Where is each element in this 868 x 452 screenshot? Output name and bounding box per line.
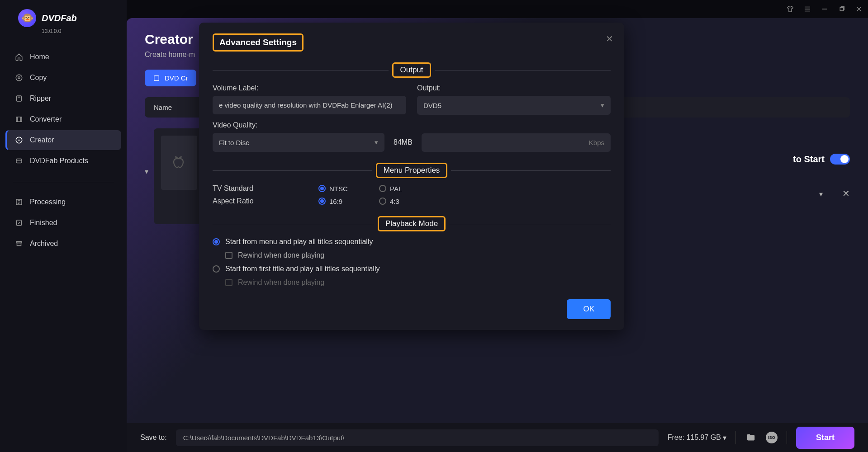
nav-primary: Home Copy Ripper Converter Creator DVDFa… bbox=[0, 43, 127, 175]
ready-toggle-row: to Start bbox=[793, 154, 850, 165]
tshirt-icon[interactable] bbox=[786, 5, 795, 14]
nav-products[interactable]: DVDFab Products bbox=[5, 151, 121, 171]
advanced-settings-modal: Advanced Settings ✕ Output Volume Label:… bbox=[199, 23, 624, 330]
nav-home[interactable]: Home bbox=[5, 47, 121, 67]
kbps-input[interactable] bbox=[422, 133, 611, 152]
free-space-value: Free: 115.97 GB bbox=[668, 433, 721, 442]
section-menu-properties: Menu Properties bbox=[213, 163, 611, 178]
tv-standard-row: TV Standard NTSC PAL bbox=[213, 184, 611, 193]
rewind-first: Rewind when done playing bbox=[213, 278, 611, 287]
close-window-icon[interactable] bbox=[854, 5, 863, 14]
section-label: Output bbox=[392, 62, 431, 78]
option-label: Rewind when done playing bbox=[238, 278, 324, 287]
radio-icon bbox=[318, 198, 326, 205]
option-label: PAL bbox=[390, 185, 402, 193]
nav-label: Converter bbox=[30, 115, 62, 123]
nav-converter[interactable]: Converter bbox=[5, 109, 121, 129]
nav-label: Ripper bbox=[30, 94, 51, 103]
radio-icon bbox=[318, 185, 326, 192]
dvd-creator-tab[interactable]: DVD Cr bbox=[145, 70, 196, 86]
aspect-43-option[interactable]: 4:3 bbox=[379, 198, 433, 205]
option-label: NTSC bbox=[329, 185, 348, 193]
svg-point-6 bbox=[19, 140, 20, 141]
titlebar bbox=[786, 0, 868, 18]
menu-icon[interactable] bbox=[803, 5, 812, 14]
free-space[interactable]: Free: 115.97 GB▾ bbox=[668, 433, 726, 442]
expand-chevron-icon[interactable]: ▾ bbox=[819, 190, 823, 198]
modal-title: Advanced Settings bbox=[219, 38, 297, 47]
app-name: DVDFab bbox=[42, 13, 77, 24]
bottom-bar: Save to: C:\Users\fab\Documents\DVDFab\D… bbox=[127, 423, 868, 452]
close-icon[interactable]: ✕ bbox=[606, 33, 613, 44]
chevron-down-icon[interactable]: ▾ bbox=[145, 167, 148, 176]
tv-pal-option[interactable]: PAL bbox=[379, 185, 433, 193]
logo-badge-icon: 🐵 bbox=[18, 9, 36, 27]
copy-icon bbox=[14, 73, 24, 82]
nav-label: Home bbox=[30, 53, 49, 61]
section-playback-mode: Playback Mode bbox=[213, 216, 611, 231]
output-value: DVD5 bbox=[423, 102, 441, 109]
rewind-menu[interactable]: Rewind when done playing bbox=[213, 251, 611, 259]
nav-label: Processing bbox=[30, 198, 66, 206]
radio-icon bbox=[213, 238, 220, 245]
playback-from-first[interactable]: Start from first title and play all titl… bbox=[213, 265, 611, 273]
section-label: Menu Properties bbox=[376, 163, 448, 178]
output-label: Output: bbox=[417, 84, 611, 92]
option-label: 4:3 bbox=[390, 198, 399, 205]
nav-creator[interactable]: Creator bbox=[5, 130, 121, 150]
checkbox-icon bbox=[225, 252, 232, 259]
video-quality-size: 84MB bbox=[391, 133, 415, 152]
divider bbox=[735, 431, 736, 444]
ripper-icon bbox=[14, 94, 24, 103]
disc-icon bbox=[153, 75, 160, 82]
minimize-icon[interactable] bbox=[820, 5, 829, 14]
nav-label: Copy bbox=[30, 74, 47, 82]
nav-finished[interactable]: Finished bbox=[5, 213, 121, 233]
aspect-169-option[interactable]: 16:9 bbox=[318, 198, 373, 205]
tv-ntsc-option[interactable]: NTSC bbox=[318, 185, 373, 193]
iso-icon[interactable]: ISO bbox=[766, 432, 778, 443]
ready-toggle[interactable] bbox=[830, 154, 850, 165]
video-quality-value: Fit to Disc bbox=[219, 139, 249, 146]
svg-point-2 bbox=[18, 77, 20, 79]
column-name: Name bbox=[154, 104, 172, 111]
start-button[interactable]: Start bbox=[796, 427, 854, 449]
nav-archived[interactable]: Archived bbox=[5, 234, 121, 254]
volume-label-input[interactable]: e video quality and resolution with DVDF… bbox=[213, 96, 406, 114]
output-path[interactable]: C:\Users\fab\Documents\DVDFab\DVDFab13\O… bbox=[176, 429, 659, 446]
nav-secondary: Processing Finished Archived bbox=[0, 188, 127, 258]
nav-copy[interactable]: Copy bbox=[5, 68, 121, 88]
archived-icon bbox=[14, 239, 24, 248]
svg-rect-4 bbox=[16, 117, 22, 122]
tab-label: DVD Cr bbox=[165, 74, 188, 82]
playback-from-menu[interactable]: Start from menu and play all titles sequ… bbox=[213, 238, 611, 246]
restore-icon[interactable] bbox=[837, 5, 846, 14]
nav-label: Archived bbox=[30, 240, 58, 248]
svg-rect-3 bbox=[17, 96, 22, 101]
ok-button[interactable]: OK bbox=[567, 299, 611, 319]
toggle-label: to Start bbox=[793, 154, 825, 165]
nav-ripper[interactable]: Ripper bbox=[5, 89, 121, 108]
remove-item-icon[interactable]: ✕ bbox=[842, 188, 850, 199]
folder-icon[interactable] bbox=[745, 432, 757, 443]
radio-icon bbox=[213, 265, 220, 273]
creator-icon bbox=[14, 136, 24, 145]
nav-separator bbox=[13, 182, 114, 182]
option-label: 16:9 bbox=[329, 198, 342, 205]
radio-icon bbox=[379, 185, 386, 192]
output-select[interactable]: DVD5▾ bbox=[417, 96, 611, 115]
aspect-ratio-row: Aspect Ratio 16:9 4:3 bbox=[213, 197, 611, 205]
nav-processing[interactable]: Processing bbox=[5, 192, 121, 212]
option-label: Rewind when done playing bbox=[238, 251, 324, 259]
svg-rect-7 bbox=[16, 159, 22, 163]
option-label: Start from menu and play all titles sequ… bbox=[225, 238, 373, 246]
volume-label-value: e video quality and resolution with DVDF… bbox=[219, 101, 393, 109]
processing-icon bbox=[14, 198, 24, 207]
modal-title-highlight: Advanced Settings bbox=[213, 33, 304, 52]
video-quality-select[interactable]: Fit to Disc▾ bbox=[213, 133, 384, 152]
volume-label-label: Volume Label: bbox=[213, 84, 406, 92]
converter-icon bbox=[14, 115, 24, 124]
finished-icon bbox=[14, 218, 24, 227]
products-icon bbox=[14, 156, 24, 165]
apple-icon bbox=[171, 155, 187, 171]
